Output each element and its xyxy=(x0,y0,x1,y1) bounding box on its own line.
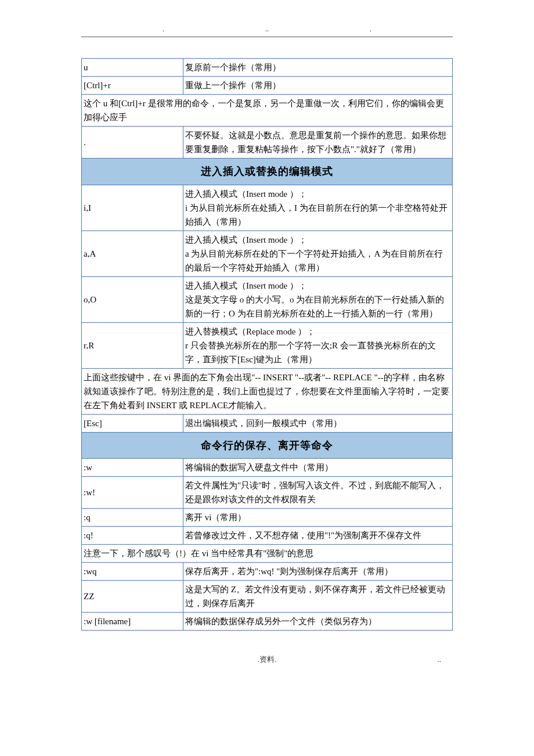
section-header: 命令行的保存、离开等命令 xyxy=(82,432,453,459)
key-cell: [Ctrl]+r xyxy=(82,76,183,94)
key-cell: :w [filename] xyxy=(82,613,183,631)
note-cell: 这个 u 和[Ctrl]+r 是很常用的命令，一个是复原，另一个是重做一次，利用… xyxy=(82,94,453,126)
key-cell: :wq xyxy=(82,563,183,581)
desc-cell: 这是大写的 Z。若文件没有更动，则不保存离开，若文件已经被更动过，则保存后离开 xyxy=(183,581,453,613)
table-row: u 复原前一个操作（常用） xyxy=(82,58,453,76)
page-container: . .. . u 复原前一个操作（常用） [Ctrl]+r 重做上一个操作（常用… xyxy=(0,0,534,683)
key-cell: . xyxy=(82,126,183,158)
table-row: :q 离开 vi（常用） xyxy=(82,509,453,527)
table-row: :w 将编辑的数据写入硬盘文件中（常用） xyxy=(82,459,453,477)
key-cell: :q! xyxy=(82,527,183,545)
desc-cell: 进入插入模式（Insert mode ）； i 为从目前光标所在处插入，I 为在… xyxy=(183,185,453,231)
command-table: u 复原前一个操作（常用） [Ctrl]+r 重做上一个操作（常用） 这个 u … xyxy=(81,58,453,631)
desc-cell: 进入插入模式（Insert mode ）； 这是英文字母 o 的大小写。o 为在… xyxy=(183,276,453,322)
desc-cell: 不要怀疑。这就是小数点。意思是重复前一个操作的意思。如果你想要重复删除，重复粘帖… xyxy=(183,126,453,158)
key-cell: :w xyxy=(82,459,183,477)
table-row: i,I 进入插入模式（Insert mode ）； i 为从目前光标所在处插入，… xyxy=(82,185,453,231)
table-row: :w! 若文件属性为"只读"时，强制写入该文件。不过，到底能不能写入，还是跟你对… xyxy=(82,477,453,509)
desc-cell: 复原前一个操作（常用） xyxy=(183,58,453,76)
table-row: :wq 保存后离开，若为":wq! "则为强制保存后离开（常用） xyxy=(82,563,453,581)
desc-cell: 退出编辑模式，回到一般模式中（常用） xyxy=(183,414,453,432)
table-row: ZZ 这是大写的 Z。若文件没有更动，则不保存离开，若文件已经被更动过，则保存后… xyxy=(82,581,453,613)
key-cell: ZZ xyxy=(82,581,183,613)
table-row: a,A 进入插入模式（Insert mode ）； a 为从目前光标所在处的下一… xyxy=(82,231,453,276)
desc-cell: 若文件属性为"只读"时，强制写入该文件。不过，到底能不能写入，还是跟你对该文件的… xyxy=(183,477,453,509)
table-note-row: 上面这些按键中，在 vi 界面的左下角会出现"-- INSERT "--或者"-… xyxy=(82,368,453,414)
section-header: 进入插入或替换的编辑模式 xyxy=(82,158,453,185)
key-cell: :q xyxy=(82,509,183,527)
table-row: [Ctrl]+r 重做上一个操作（常用） xyxy=(82,76,453,94)
note-cell: 上面这些按键中，在 vi 界面的左下角会出现"-- INSERT "--或者"-… xyxy=(82,368,453,414)
table-row: r,R 进入替换模式（Replace mode ）； r 只会替换光标所在的那一… xyxy=(82,322,453,368)
table-row: :w [filename] 将编辑的数据保存成另外一个文件（类似另存为） xyxy=(82,613,453,631)
table-row: :q! 若曾修改过文件，又不想存储，使用"!"为强制离开不保存文件 xyxy=(82,527,453,545)
desc-cell: 离开 vi（常用） xyxy=(183,509,453,527)
desc-cell: 将编辑的数据保存成另外一个文件（类似另存为） xyxy=(183,613,453,631)
section-header-row: 命令行的保存、离开等命令 xyxy=(82,432,453,459)
key-cell: [Esc] xyxy=(82,414,183,432)
table-note-row: 这个 u 和[Ctrl]+r 是很常用的命令，一个是复原，另一个是重做一次，利用… xyxy=(82,94,453,126)
table-note-row: 注意一下，那个感叹号（!）在 vi 当中经常具有"强制"的意思 xyxy=(82,545,453,563)
table-row: o,O 进入插入模式（Insert mode ）； 这是英文字母 o 的大小写。… xyxy=(82,276,453,322)
key-cell: i,I xyxy=(82,185,183,231)
desc-cell: 进入插入模式（Insert mode ）； a 为从目前光标所在处的下一个字符处… xyxy=(183,231,453,276)
desc-cell: 进入替换模式（Replace mode ）； r 只会替换光标所在的那一个字符一… xyxy=(183,322,453,368)
header-dot-right: . xyxy=(370,23,371,37)
table-row: . 不要怀疑。这就是小数点。意思是重复前一个操作的意思。如果你想要重复删除，重复… xyxy=(82,126,453,158)
key-cell: o,O xyxy=(82,276,183,322)
key-cell: r,R xyxy=(82,322,183,368)
note-cell: 注意一下，那个感叹号（!）在 vi 当中经常具有"强制"的意思 xyxy=(82,545,453,563)
header-dot-left: . xyxy=(163,23,164,37)
table-row: [Esc] 退出编辑模式，回到一般模式中（常用） xyxy=(82,414,453,432)
key-cell: a,A xyxy=(82,231,183,276)
desc-cell: 将编辑的数据写入硬盘文件中（常用） xyxy=(183,459,453,477)
section-header-row: 进入插入或替换的编辑模式 xyxy=(82,158,453,185)
page-footer: .资料. .. xyxy=(0,654,534,666)
desc-cell: 若曾修改过文件，又不想存储，使用"!"为强制离开不保存文件 xyxy=(183,527,453,545)
desc-cell: 保存后离开，若为":wq! "则为强制保存后离开（常用） xyxy=(183,563,453,581)
key-cell: :w! xyxy=(82,477,183,509)
page-header-rule: . .. . xyxy=(81,23,453,37)
header-dot-mid: .. xyxy=(265,23,269,37)
desc-cell: 重做上一个操作（常用） xyxy=(183,76,453,94)
footer-center: .资料. xyxy=(258,655,277,664)
footer-right: .. xyxy=(438,654,442,666)
key-cell: u xyxy=(82,58,183,76)
